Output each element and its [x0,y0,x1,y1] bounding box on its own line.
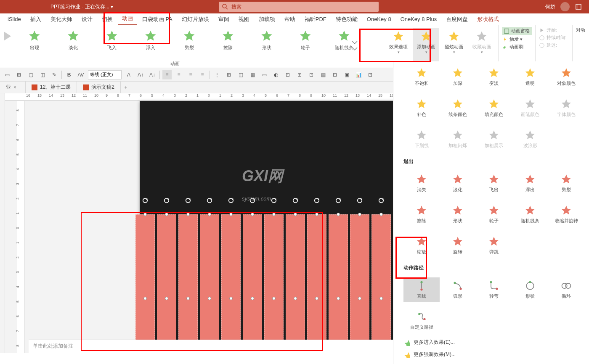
anim-cell-旋转[interactable]: 旋转 [440,233,476,258]
tab-加载项[interactable]: 加载项 [255,13,279,25]
tool-btn[interactable]: ⊡ [283,70,292,79]
close-icon[interactable]: × [13,84,19,90]
resize-handle[interactable] [337,213,340,216]
rotation-handle-icon[interactable] [207,198,212,203]
tool-btn[interactable]: ▣ [342,70,351,79]
more-更多退出效果(X)...[interactable]: 更多退出效果(X)... [393,361,589,364]
gallery-more-icon[interactable] [351,38,358,55]
anim-cell-弹跳[interactable]: 弹跳 [476,233,512,258]
align-justify-button[interactable]: ≡ [198,70,207,79]
anim-cell-循环[interactable]: 循环 [548,277,584,302]
doc-tab[interactable]: 业× [0,82,26,93]
tab-插入[interactable]: 插入 [26,13,45,25]
list-button[interactable]: ⋮ [212,70,222,79]
trigger-button[interactable]: 触发 ▾ [502,36,532,42]
bold-button[interactable]: B [64,70,74,79]
tool-btn[interactable]: ▭ [3,70,12,79]
rotation-handle-icon[interactable] [142,198,148,203]
font-shrink-button[interactable]: A↓ [148,70,157,79]
rotation-handle-icon[interactable] [314,198,320,203]
tab-百度网盘[interactable]: 百度网盘 [442,13,472,25]
anim-cell-淡化[interactable]: 淡化 [440,171,476,195]
rotation-handle-icon[interactable] [228,198,234,203]
tool-btn[interactable]: ▤ [318,70,328,79]
ribbon-options-icon[interactable] [575,3,582,11]
more-更多进入效果(E)...[interactable]: 更多进入效果(E)... [393,336,589,348]
tool-btn[interactable]: ▭ [260,70,269,79]
anim-cell-透明[interactable]: 透明 [512,65,548,89]
resize-handle[interactable] [358,297,361,300]
anim-cell-消失[interactable]: 消失 [403,171,440,195]
rotation-handle-icon[interactable] [164,198,170,203]
animation-gallery[interactable]: 出现淡化飞入浮入劈裂擦除形状轮子随机线条 [0,25,366,68]
preview-icon[interactable] [2,30,13,42]
more-更多强调效果(M)...[interactable]: 更多强调效果(M)... [393,348,589,361]
rotation-handle-icon[interactable] [185,198,191,203]
anim-淡化[interactable]: 淡化 [64,29,82,68]
anim-cell-轮子[interactable]: 轮子 [476,202,512,227]
doc-tab[interactable]: 演示文稿2 [77,82,121,93]
tab-幻灯片放映[interactable]: 幻灯片放映 [178,13,213,25]
font-selector[interactable]: 等线 (正文) [88,70,122,79]
spacing-button[interactable]: AV [76,70,85,79]
anim-cell-波浪形[interactable]: 波浪形 [512,127,548,151]
anim-劈裂[interactable]: 劈裂 [180,29,199,68]
rotation-handle-icon[interactable] [378,198,384,203]
distribute-button[interactable]: ⊞ [224,70,233,79]
anim-轮子[interactable]: 轮子 [296,29,315,68]
rotation-handle-icon[interactable] [357,198,363,203]
align-right-button[interactable]: ≡ [186,70,195,79]
anim-cell-浮出[interactable]: 浮出 [512,171,548,195]
tool-btn[interactable]: ◐ [271,70,281,79]
tool-btn[interactable]: ⊡ [330,70,340,79]
tool-btn[interactable]: ⊡ [307,70,316,79]
chart-button[interactable]: 📊 [354,70,363,79]
anim-cell-custom-path[interactable]: 自定义路径 [403,309,440,333]
anim-cell-形状[interactable]: 形状 [512,277,548,302]
new-doc-button[interactable]: + [121,84,131,90]
anim-cell-劈裂[interactable]: 劈裂 [548,171,584,195]
anim-cell-字体颜色[interactable]: 字体颜色 [548,96,584,120]
user-avatar-icon[interactable] [560,2,570,11]
anim-cell-填充颜色[interactable]: 填充颜色 [476,96,512,120]
anim-擦除[interactable]: 擦除 [219,29,237,68]
anim-cell-对象颜色[interactable]: 对象颜色 [548,65,584,89]
anim-cell-加粗展示[interactable]: 加粗展示 [476,127,512,151]
animation-pane-button[interactable]: 动画窗格 [502,27,532,35]
anim-cell-线条颜色[interactable]: 线条颜色 [440,96,476,120]
format-painter-icon[interactable]: ✎ [50,70,59,79]
tab-设计[interactable]: 设计 [77,13,97,25]
tab-OneKey 8 Plus[interactable]: OneKey 8 Plus [396,14,441,24]
anim-cell-不饱和[interactable]: 不饱和 [403,65,440,89]
anim-cell-收缩并旋转[interactable]: 收缩并旋转 [548,202,584,227]
anim-cell-画笔颜色[interactable]: 画笔颜色 [512,96,548,120]
tool-btn[interactable]: ⊡ [366,70,375,79]
tab-iSlide[interactable]: iSlide [3,14,25,24]
tab-特色功能[interactable]: 特色功能 [332,13,362,25]
anim-cell-直线[interactable]: 直线 [403,277,440,302]
anim-cell-变淡[interactable]: 变淡 [476,65,512,89]
rotation-handle-icon[interactable] [292,198,298,203]
shape-rect[interactable] [350,214,369,340]
animation-painter-button[interactable]: 动画刷 [502,44,532,50]
resize-handle[interactable] [358,213,361,216]
anim-出现[interactable]: 出现 [25,29,44,68]
duration-timing[interactable]: 持续时间: [539,34,569,41]
anim-cell-加粗闪烁[interactable]: 加粗闪烁 [440,127,476,151]
anim-cell-补色[interactable]: 补色 [403,96,440,120]
tool-btn[interactable]: ◫ [38,70,47,79]
tab-帮助[interactable]: 帮助 [280,13,300,25]
anim-形状[interactable]: 形状 [257,29,276,68]
tab-OneKey 8[interactable]: OneKey 8 [363,14,395,24]
anim-cell-随机线条[interactable]: 随机线条 [512,202,548,227]
anim-cell-擦除[interactable]: 擦除 [403,202,440,227]
resize-handle[interactable] [379,213,383,216]
anim-cell-形状[interactable]: 形状 [440,202,476,227]
start-timing[interactable]: 开始: [539,27,569,33]
arrange-button[interactable]: ▦ [248,70,257,79]
resize-handle[interactable] [379,297,383,300]
tab-视图[interactable]: 视图 [234,13,254,25]
tool-btn[interactable]: ⊞ [14,70,24,79]
tab-美化大师[interactable]: 美化大师 [46,13,77,25]
shape-rect[interactable] [329,214,348,340]
